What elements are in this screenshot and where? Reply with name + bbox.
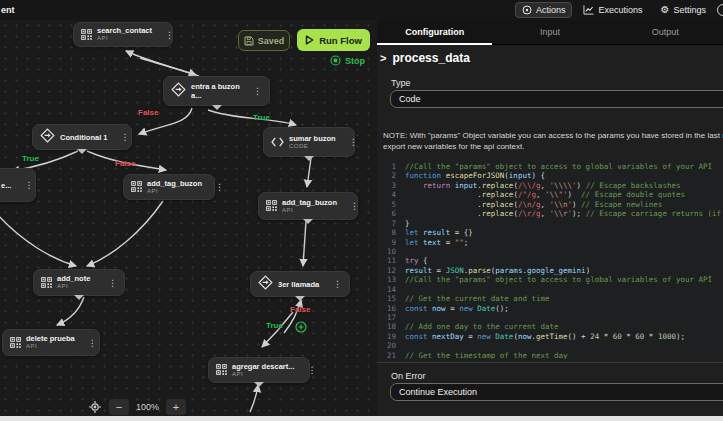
edge [87,201,163,266]
node-output-handle[interactable] [303,219,313,224]
stop-icon [330,55,341,66]
node-output-handle[interactable] [212,105,222,110]
actions-button[interactable]: Actions [515,2,573,18]
node-menu-icon[interactable]: ⋮ [245,86,262,96]
node-label: entra a buzona... [191,82,240,100]
node-label: add_noteAPI [57,274,90,290]
node-title: process_data [392,51,469,65]
node-output-handle[interactable] [77,149,87,154]
zoom-in-button[interactable]: + [166,399,186,415]
add-node-icon[interactable] [295,321,307,333]
tab-output[interactable]: Output [608,20,723,44]
on-error-label: On Error [391,371,426,381]
edge-label-false: False [115,159,135,168]
code-line[interactable]: 8let result = {} [383,228,723,237]
node-delete-prueba[interactable]: delete pruebaAPI⋮ [2,329,100,356]
node-menu-icon[interactable]: ⋮ [113,132,130,142]
on-error-select[interactable]: Continue Execution [390,383,723,401]
code-line[interactable]: 4 .replace(/"/g, '\\"') // Escape double… [383,190,723,199]
partial-icon[interactable] [717,4,723,16]
code-line[interactable]: 16const now = new Date(); [383,304,723,313]
saved-label: Saved [258,36,285,46]
type-label: Type [391,78,411,88]
app-root: ent ActionsExecutions⚙Settings [0,0,723,421]
node-conditional-1[interactable]: Conditional 1⋮ [32,124,132,150]
node-menu-icon[interactable]: ⋮ [207,182,224,192]
node-output-handle[interactable] [304,156,314,161]
node-entra-a-buzon[interactable]: entra a buzona...⋮ [163,76,270,106]
panel-tabs: ConfigurationInputOutput [377,20,723,45]
save-icon [244,36,254,46]
node-label: add_tag_buzonAPI [147,179,202,195]
qr-node-icon [10,334,21,352]
node-3er-llamada[interactable]: 3er llamada⋮ [250,271,350,297]
settings-label: Settings [673,5,706,15]
settings-button[interactable]: ⚙Settings [654,2,714,18]
node-add-tag-buzon-2[interactable]: add_tag_buzonAPI⋮ [258,192,358,220]
code-line[interactable]: 18// Add one day to the current date [383,322,723,331]
code-line[interactable]: 7} [383,219,723,228]
node-agregar-descart[interactable]: agregar descart...API⋮ [208,357,310,383]
code-line[interactable]: 11try { [383,256,723,265]
code-line[interactable]: 9let text = ""; [383,238,723,247]
node-menu-icon[interactable]: ⋮ [80,338,97,348]
code-line[interactable]: 17 [383,313,723,322]
node-menu-icon[interactable]: ⋮ [157,30,174,40]
code-line[interactable]: 15// Get the current date and time [383,294,723,303]
code-line[interactable]: 19const nextDay = new Date(now.getTime()… [383,332,723,341]
node-output-handle[interactable] [74,295,84,300]
collapse-chevron-icon[interactable]: > [380,52,386,64]
node-output-handle[interactable] [295,296,305,301]
node-label: agregar descart...API [232,362,295,378]
flow-canvas[interactable]: search_contactAPI⋮entra a buzona...⋮Cond… [0,20,377,416]
code-editor[interactable]: 1//Call the "params" object to access to… [383,159,723,359]
tab-input[interactable]: Input [492,20,607,44]
code-line[interactable]: 2function escapeForJSON(input) { [383,171,723,180]
node-menu-icon[interactable]: ⋮ [325,279,342,289]
qr-node-icon [266,197,277,215]
code-line[interactable]: 3 return input.replace(/\\/g, '\\\\') //… [383,181,723,190]
saved-button[interactable]: Saved [238,30,290,51]
type-select[interactable]: Code [390,90,723,108]
code-line[interactable]: 12result = JSON.parse(params.google_gemi… [383,266,723,275]
tab-configuration[interactable]: Configuration [377,20,492,44]
node-menu-icon[interactable]: ⋮ [342,201,359,211]
qr-node-icon [81,26,92,44]
code-line[interactable]: 6 .replace(/\r/g, '\\r'); // Escape carr… [383,209,723,218]
qr-node-icon [216,361,227,379]
node-partial-left[interactable]: e...⋮ [0,168,36,202]
target-icon [522,5,532,15]
node-sumar-buzon[interactable]: sumar buzonCODE⋮ [263,127,355,157]
run-flow-button[interactable]: Run Flow [297,29,370,51]
node-menu-icon[interactable]: ⋮ [16,180,33,190]
code-line[interactable]: 20 [383,341,723,350]
fit-view-button[interactable] [88,400,102,414]
node-label: Conditional 1 [60,133,108,142]
node-label: delete pruebaAPI [26,334,75,350]
stop-button[interactable]: Stop [330,55,365,66]
diamond-node-icon [40,128,55,147]
node-menu-icon[interactable]: ⋮ [341,137,358,147]
node-label: sumar buzonCODE [289,134,336,150]
edge-label-false: False [138,108,158,117]
diamond-node-icon [258,275,273,294]
node-search-contact[interactable]: search_contactAPI⋮ [73,22,173,47]
zoom-out-button[interactable]: − [109,399,129,415]
edge [208,110,296,125]
node-menu-icon[interactable]: ⋮ [300,365,317,375]
code-line[interactable]: 1//Call the "params" object to access to… [383,162,723,171]
edge-label-true: True [253,113,270,122]
code-line[interactable]: 10 [383,247,723,256]
edge [303,221,306,266]
code-line[interactable]: 14 [383,285,723,294]
on-error-value: Continue Execution [399,387,477,397]
node-label: search_contactAPI [97,26,152,42]
executions-button[interactable]: Executions [576,2,649,18]
node-add-tag-buzon-1[interactable]: add_tag_buzonAPI⋮ [123,174,215,200]
node-menu-icon[interactable]: ⋮ [100,278,117,288]
code-line[interactable]: 13//Call the "params" object to access t… [383,275,723,284]
code-line[interactable]: 5 .replace(/\n/g, '\\n') // Escape newli… [383,200,723,209]
code-line[interactable]: 21// Get the timestamp of the next day [383,351,723,359]
node-output-handle[interactable] [254,382,264,387]
node-add-note[interactable]: add_noteAPI⋮ [33,269,125,296]
